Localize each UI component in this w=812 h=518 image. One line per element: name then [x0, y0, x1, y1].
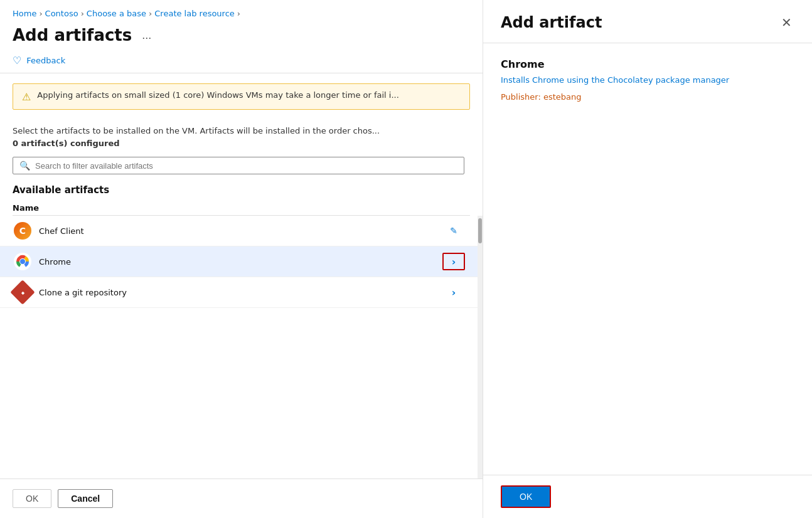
chrome-add-button[interactable]: › [442, 253, 465, 270]
select-desc-text: Select the artifacts to be installed on … [13, 126, 380, 135]
table-row[interactable]: ⬥ Clone a git repository › [0, 277, 478, 308]
scrollbar-thumb [478, 218, 482, 243]
artifact-list: C Chef Client ✎ [0, 216, 478, 478]
search-box: 🔍 [13, 157, 464, 174]
artifact-table: Name [0, 199, 483, 216]
artifact-detail-publisher: Publisher: estebang [501, 92, 794, 102]
breadcrumb-sep-1: › [39, 9, 42, 18]
git-add-button[interactable]: › [442, 283, 465, 301]
right-ok-button[interactable]: OK [501, 485, 551, 508]
close-button[interactable]: ✕ [779, 13, 794, 33]
chef-add-button[interactable]: ✎ [442, 222, 465, 240]
feedback-label: Feedback [26, 56, 65, 65]
artifact-name-chef: Chef Client [39, 226, 442, 236]
search-icon: 🔍 [19, 161, 30, 171]
table-row[interactable]: Chrome › [0, 246, 478, 277]
right-panel-title: Add artifact [501, 14, 602, 31]
breadcrumb-create-lab[interactable]: Create lab resource [154, 9, 235, 18]
warning-text: Applying artifacts on small sized (1 cor… [37, 90, 399, 100]
breadcrumb-sep-2: › [81, 9, 84, 18]
breadcrumb-home[interactable]: Home [13, 9, 36, 18]
chevron-right-icon-chrome: › [452, 256, 456, 268]
col-name-header: Name [13, 203, 39, 213]
artifact-detail-desc: Installs Chrome using the Chocolatey pac… [501, 75, 794, 85]
chrome-icon [13, 251, 33, 272]
breadcrumb: Home › Contoso › Choose a base › Create … [0, 0, 483, 23]
artifact-detail-name: Chrome [501, 58, 794, 70]
chef-icon: C [13, 221, 33, 241]
breadcrumb-choose-base[interactable]: Choose a base [87, 9, 146, 18]
scrollbar[interactable] [478, 216, 483, 478]
right-bottom: OK [483, 475, 812, 518]
publisher-label: Publisher: [501, 92, 541, 102]
bottom-buttons: OK Cancel [0, 478, 483, 518]
available-label: Available artifacts [0, 182, 483, 199]
ellipsis-button[interactable]: ... [138, 28, 155, 43]
git-icon-container: ⬥ [13, 282, 33, 302]
select-desc: Select the artifacts to be installed on … [0, 120, 483, 152]
search-row: 🔍 [0, 152, 483, 182]
breadcrumb-contoso[interactable]: Contoso [45, 9, 78, 18]
svg-point-2 [20, 259, 25, 264]
warning-bar: ⚠ Applying artifacts on small sized (1 c… [13, 83, 470, 110]
right-panel: Add artifact ✕ Chrome Installs Chrome us… [483, 0, 812, 518]
cancel-button[interactable]: Cancel [58, 489, 113, 508]
table-row[interactable]: C Chef Client ✎ [0, 216, 478, 246]
artifact-list-container: C Chef Client ✎ [0, 216, 483, 478]
warning-icon: ⚠ [22, 91, 31, 103]
search-input[interactable] [35, 161, 457, 171]
ok-button[interactable]: OK [13, 489, 51, 508]
right-header: Add artifact ✕ [483, 0, 812, 43]
chevron-right-icon-git: › [452, 287, 456, 299]
page-title: Add artifacts [13, 26, 132, 45]
divider-1 [0, 73, 483, 73]
heart-icon: ♡ [13, 55, 21, 66]
page-title-row: Add artifacts ... [0, 23, 483, 50]
feedback-row[interactable]: ♡ Feedback [0, 50, 483, 73]
artifact-name-git: Clone a git repository [39, 288, 442, 297]
right-content: Chrome Installs Chrome using the Chocola… [483, 43, 812, 475]
artifact-table-header: Name [13, 199, 470, 216]
left-panel: Home › Contoso › Choose a base › Create … [0, 0, 483, 518]
edit-icon-chef: ✎ [450, 226, 457, 236]
publisher-name: estebang [543, 92, 582, 102]
artifact-count: 0 artifact(s) configured [13, 139, 120, 148]
breadcrumb-sep-3: › [149, 9, 152, 18]
breadcrumb-sep-4: › [237, 9, 240, 18]
artifact-name-chrome: Chrome [39, 257, 442, 267]
list-with-scroll: C Chef Client ✎ [0, 216, 483, 478]
